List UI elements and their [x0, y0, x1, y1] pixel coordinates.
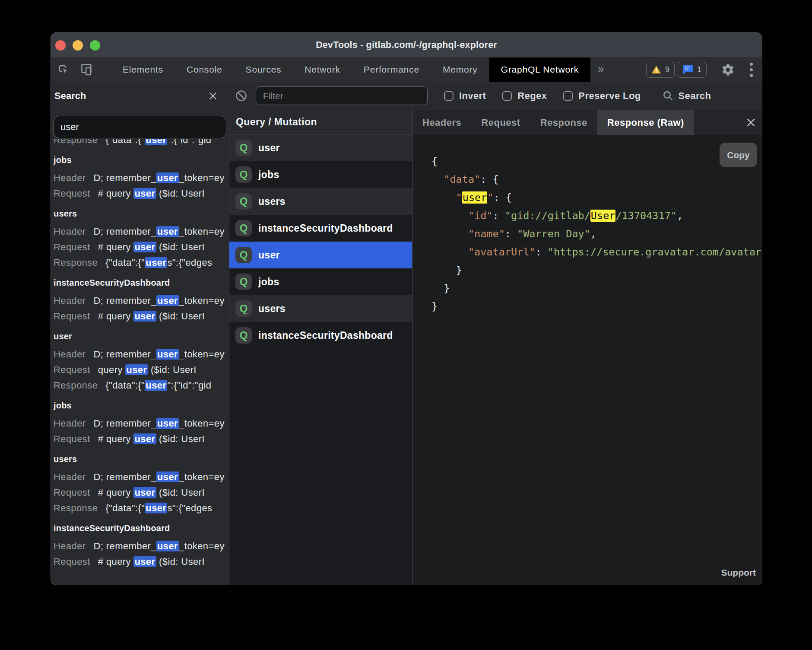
query-row-jobs[interactable]: Qjobs — [229, 161, 412, 188]
search-result-row[interactable]: HeaderD; remember_user_token=ey — [54, 541, 229, 551]
filter-input[interactable] — [256, 86, 428, 105]
support-link[interactable]: Support — [721, 567, 756, 578]
search-result-row-label: Header — [54, 172, 86, 183]
search-hit-highlight: user — [156, 541, 179, 551]
json-code-line: "avatarUrl": "https://secure.gravatar.co… — [431, 243, 762, 261]
devtools-tab-memory[interactable]: Memory — [431, 57, 489, 82]
query-row-jobs[interactable]: Qjobs — [229, 268, 412, 295]
search-hit-highlight: user — [133, 556, 156, 567]
regex-checkbox[interactable] — [502, 91, 512, 101]
search-result-row[interactable]: Request# query user ($id: UserI — [54, 188, 229, 199]
close-search-panel-icon[interactable] — [209, 92, 217, 100]
search-result-row[interactable]: HeaderD; remember_user_token=ey — [54, 173, 229, 183]
regex-checkbox-group[interactable]: Regex — [502, 90, 547, 102]
devtools-tab-performance[interactable]: Performance — [352, 57, 431, 82]
query-list-panel: Query / Mutation QuserQjobsQusersQinstan… — [229, 110, 412, 585]
query-row-label: user — [258, 249, 280, 261]
messages-badge[interactable]: 1 — [677, 62, 707, 78]
details-tabs: HeadersRequestResponseResponse (Raw) — [412, 110, 762, 135]
search-result-row[interactable]: Request# query user ($id: UserI — [54, 434, 229, 444]
settings-gear-icon[interactable] — [721, 63, 735, 76]
search-result-row[interactable]: HeaderD; remember_user_token=ey — [54, 472, 229, 482]
query-row-users[interactable]: Qusers — [229, 188, 412, 215]
search-result-row-label: Request — [54, 311, 90, 322]
invert-checkbox-group[interactable]: Invert — [444, 90, 486, 102]
search-panel-title: Search — [54, 90, 86, 102]
warnings-badge[interactable]: 9 — [646, 62, 675, 78]
clear-log-icon[interactable] — [235, 90, 247, 102]
search-result-row-label: Request — [54, 188, 90, 199]
search-result-row[interactable]: Request# query user ($id: UserI — [54, 488, 229, 498]
search-result-row[interactable]: HeaderD; remember_user_token=ey — [54, 296, 229, 306]
copy-button[interactable]: Copy — [720, 143, 757, 167]
search-result-row-label: Response — [54, 503, 98, 513]
search-result-row[interactable]: Request# query user ($id: UserI — [54, 311, 229, 322]
search-hit-highlight: user — [156, 172, 179, 183]
query-row-instanceSecurityDashboard[interactable]: QinstanceSecurityDashboard — [229, 215, 412, 242]
search-hit-highlight: user — [133, 188, 156, 199]
details-tab-response[interactable]: Response — [530, 110, 597, 135]
query-row-instanceSecurityDashboard[interactable]: QinstanceSecurityDashboard — [229, 322, 412, 349]
details-tab-response-raw-[interactable]: Response (Raw) — [597, 110, 694, 135]
query-row-user-selected[interactable]: Quser — [229, 242, 412, 268]
search-result-row[interactable]: Request# query user ($id: UserI — [54, 242, 229, 252]
search-result-group: instanceSecurityDashboard — [54, 277, 229, 288]
query-type-badge: Q — [235, 247, 252, 263]
search-result-row-label: Response — [54, 380, 98, 391]
search-hit-highlight: user — [133, 487, 156, 498]
query-type-badge: Q — [235, 140, 252, 156]
devtools-tab-sources[interactable]: Sources — [234, 57, 293, 82]
query-type-badge: Q — [235, 300, 252, 317]
search-result-row[interactable]: HeaderD; remember_user_token=ey — [54, 226, 229, 237]
json-code-line: "id": "gid://gitlab/User/13704317", — [431, 207, 762, 225]
device-toolbar-icon[interactable] — [80, 64, 94, 76]
search-result-row-label: Request — [54, 556, 90, 567]
tabbar-separator — [104, 64, 104, 76]
devtools-tab-elements[interactable]: Elements — [111, 57, 175, 82]
search-hit-highlight-yellow: User — [590, 210, 616, 222]
details-tab-request[interactable]: Request — [471, 110, 530, 135]
search-result-row[interactable]: HeaderD; remember_user_token=ey — [54, 418, 229, 429]
close-details-icon[interactable] — [746, 118, 756, 127]
json-code-line: "name": "Warren Day", — [431, 225, 762, 243]
inspect-element-icon[interactable] — [58, 64, 70, 76]
json-code-line: { — [431, 152, 762, 170]
preserve-log-checkbox-group[interactable]: Preserve Log — [563, 90, 641, 102]
search-result-row[interactable]: Response{"data":{"users":{"edges — [54, 503, 229, 513]
search-result-group: instanceSecurityDashboard — [54, 523, 229, 533]
search-result-row[interactable]: Requestquery user ($id: UserI — [54, 365, 229, 375]
search-results-list[interactable]: Response{"data":{"user":{"id":"gidjobsHe… — [51, 139, 229, 585]
query-row-user[interactable]: Quser — [229, 134, 412, 161]
search-hit-highlight: user — [156, 349, 179, 360]
search-result-group: jobs — [54, 155, 229, 165]
details-tab-headers[interactable]: Headers — [412, 110, 471, 135]
search-result-row[interactable]: Response{"data":{"user":{"id":"gid — [54, 380, 229, 391]
devtools-tab-network[interactable]: Network — [293, 57, 352, 82]
search-result-row[interactable]: HeaderD; remember_user_token=ey — [54, 349, 229, 360]
json-code-line: } — [431, 261, 762, 279]
search-result-row-label: Header — [54, 418, 86, 429]
toolbar-search-label: Search — [679, 90, 711, 102]
search-panel: Search Response{"data":{"user":{"id":"gi… — [51, 82, 229, 585]
search-result-row-label: Header — [54, 472, 86, 482]
devtools-tab-graphql-network[interactable]: GraphQL Network — [489, 57, 590, 82]
query-row-label: instanceSecurityDashboard — [258, 330, 393, 341]
devtools-tab-console[interactable]: Console — [175, 57, 234, 82]
search-hit-highlight: user — [133, 242, 156, 252]
preserve-log-checkbox[interactable] — [563, 91, 573, 101]
search-hit-highlight: user — [145, 257, 167, 268]
search-result-row[interactable]: Response{"data":{"user":{"id":"gid — [54, 139, 229, 145]
search-result-row[interactable]: Response{"data":{"users":{"edges — [54, 258, 229, 268]
query-row-users[interactable]: Qusers — [229, 295, 412, 322]
invert-checkbox[interactable] — [444, 91, 454, 101]
query-row-label: jobs — [258, 169, 279, 181]
search-input[interactable] — [54, 116, 226, 138]
query-type-badge: Q — [235, 220, 252, 236]
search-result-row-label: Request — [54, 487, 90, 498]
search-hit-highlight: user — [156, 418, 179, 429]
search-result-row-label: Request — [54, 433, 90, 444]
toolbar-search-button[interactable]: Search — [663, 90, 711, 102]
more-tabs-chevron[interactable]: » — [598, 57, 604, 82]
search-result-row[interactable]: Request# query user ($id: UserI — [54, 557, 229, 567]
more-options-kebab-icon[interactable] — [749, 61, 754, 79]
